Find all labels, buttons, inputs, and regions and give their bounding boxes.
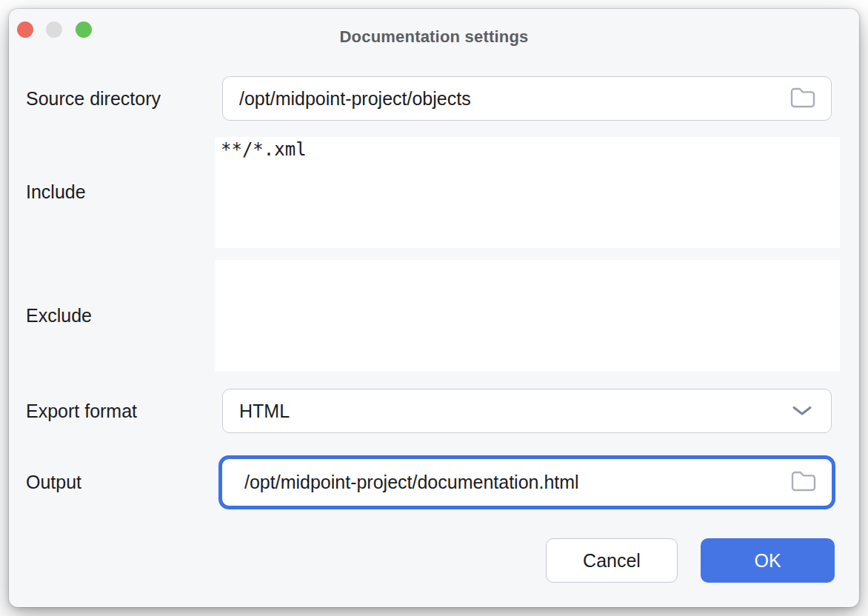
export-format-value: HTML bbox=[239, 389, 290, 432]
output-browse-button[interactable] bbox=[789, 468, 818, 498]
include-label: Include bbox=[26, 181, 86, 203]
output-input[interactable] bbox=[222, 459, 832, 506]
export-format-label: Export format bbox=[26, 400, 137, 422]
documentation-settings-dialog: Documentation settings Source directory … bbox=[9, 9, 859, 607]
source-directory-browse-button[interactable] bbox=[788, 84, 818, 113]
cancel-button[interactable]: Cancel bbox=[546, 538, 678, 583]
export-format-select[interactable]: HTML bbox=[222, 389, 832, 433]
output-field bbox=[218, 455, 835, 509]
exclude-patterns-textarea[interactable] bbox=[215, 260, 840, 372]
folder-icon bbox=[789, 87, 816, 111]
chevron-down-icon bbox=[791, 404, 813, 418]
exclude-label: Exclude bbox=[26, 304, 92, 327]
titlebar: Documentation settings bbox=[9, 9, 859, 56]
source-directory-input[interactable] bbox=[223, 77, 831, 120]
source-directory-label: Source directory bbox=[26, 87, 161, 110]
ok-button[interactable]: OK bbox=[701, 538, 835, 583]
window-title: Documentation settings bbox=[9, 27, 859, 47]
source-directory-field bbox=[222, 76, 832, 121]
output-label: Output bbox=[26, 471, 81, 493]
folder-icon bbox=[790, 470, 817, 495]
include-patterns-textarea[interactable]: **/*.xml bbox=[215, 137, 840, 248]
